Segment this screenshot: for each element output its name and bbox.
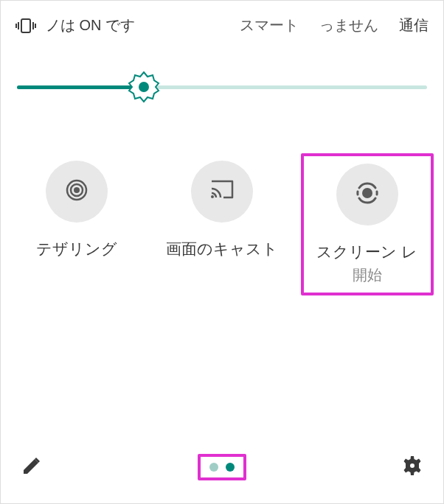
svg-point-9: [362, 188, 372, 198]
page-dot-1: [209, 463, 218, 472]
status-text-partial: っません: [319, 15, 378, 35]
status-text-comm: 通信: [399, 15, 429, 35]
quick-tiles-row: テザリング 画面のキャスト: [1, 139, 443, 310]
status-text-vibrate: ノは ON です: [46, 15, 135, 35]
tile-sublabel: 開始: [353, 265, 382, 285]
tile-cast[interactable]: 画面のキャスト: [156, 153, 288, 295]
vibrate-icon: [15, 18, 36, 34]
svg-point-6: [139, 82, 149, 92]
svg-rect-0: [21, 19, 30, 32]
tile-circle: [46, 161, 108, 223]
tile-label: 画面のキャスト: [166, 239, 278, 259]
status-bar: ノは ON です スマート っません 通信: [1, 1, 443, 43]
svg-point-8: [211, 195, 214, 198]
tile-label: テザリング: [36, 239, 117, 259]
pencil-icon: [21, 455, 42, 479]
tile-tethering[interactable]: テザリング: [10, 153, 143, 295]
cast-icon: [207, 175, 237, 208]
tile-screen-record[interactable]: スクリーン レ 開始: [301, 153, 434, 295]
screen-record-icon: [353, 178, 382, 211]
slider-fill: [17, 85, 144, 89]
gear-icon: [401, 455, 423, 480]
tile-label: スクリーン レ: [316, 242, 417, 262]
tile-circle: [336, 164, 398, 225]
brightness-slider[interactable]: [17, 72, 427, 102]
slider-thumb[interactable]: [128, 71, 160, 103]
hotspot-icon: [62, 175, 91, 208]
edit-button[interactable]: [17, 452, 46, 482]
page-dot-2: [226, 463, 235, 472]
page-indicator[interactable]: [198, 454, 246, 480]
settings-button[interactable]: [398, 452, 427, 482]
bottom-bar: [1, 444, 443, 503]
tile-circle: [191, 161, 253, 223]
svg-point-7: [74, 187, 80, 193]
status-text-smart: スマート: [240, 15, 299, 35]
